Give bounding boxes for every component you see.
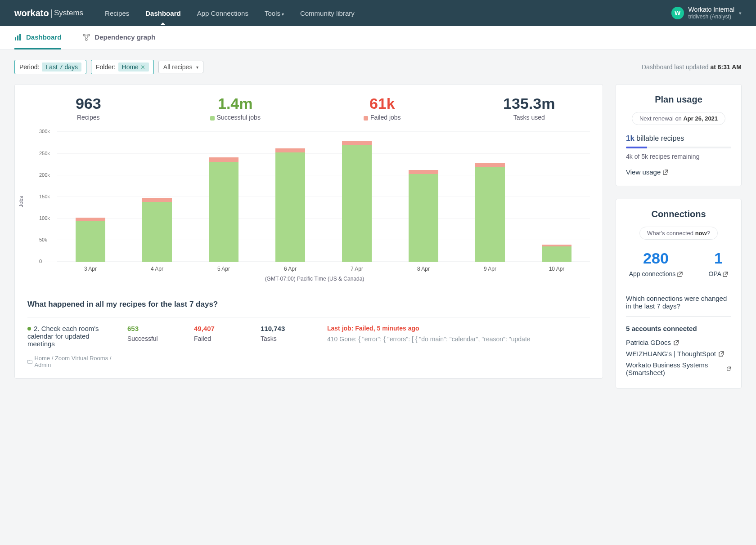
top-bar: workato | Systems Recipes Dashboard App … xyxy=(0,0,756,26)
svg-rect-1 xyxy=(17,36,18,40)
recipe-successful: 653Successful xyxy=(127,325,184,368)
chart-bar[interactable] xyxy=(342,141,372,262)
user-menu[interactable]: W Workato Internal tridivesh (Analyst) ▾ xyxy=(671,6,742,20)
plan-usage-card: Plan usage Next renewal on Apr 26, 2021 … xyxy=(616,84,742,186)
metric-tasks-used[interactable]: 135.3m Tasks used xyxy=(456,95,603,121)
chevron-down-icon: ▾ xyxy=(196,65,198,70)
nav-community-library[interactable]: Community library xyxy=(300,1,355,25)
status-dot-active xyxy=(27,327,31,331)
external-link-icon xyxy=(727,366,731,371)
chart-timezone: (GMT-07:00) Pacific Time (US & Canada) xyxy=(39,276,590,282)
recipe-path: Home / Zoom Virtual Rooms / Admin xyxy=(27,355,117,368)
app-connections-count[interactable]: 280 App connections xyxy=(629,250,683,277)
svg-rect-0 xyxy=(15,37,16,40)
nav-dashboard[interactable]: Dashboard xyxy=(145,1,180,25)
graph-icon xyxy=(83,34,90,41)
chart-bars xyxy=(57,132,590,262)
recipe-name: 2. Check each room's calendar for update… xyxy=(27,325,117,348)
svg-point-5 xyxy=(86,39,87,40)
chart-bar[interactable] xyxy=(76,218,105,262)
filter-bar: Period: Last 7 days Folder: Home ✕ All r… xyxy=(0,50,756,84)
plan-usage-title: Plan usage xyxy=(616,85,741,112)
external-link-icon xyxy=(663,170,668,175)
chevron-down-icon: ▾ xyxy=(282,12,284,17)
legend-failed-dot xyxy=(364,116,368,121)
svg-rect-2 xyxy=(19,34,21,40)
nav-recipes[interactable]: Recipes xyxy=(105,1,129,25)
legend-success-dot xyxy=(210,116,215,121)
activity-title: What happened in all my recipes for the … xyxy=(27,300,590,309)
chart-bar[interactable] xyxy=(209,157,238,262)
top-nav: Recipes Dashboard App Connections Tools▾… xyxy=(105,1,671,25)
brand-sub: Systems xyxy=(54,9,83,18)
chart-y-label: Jobs xyxy=(18,196,24,207)
account-link[interactable]: WEIZHUANG's | ThoughtSpot xyxy=(626,348,731,359)
nav-tools[interactable]: Tools▾ xyxy=(265,1,284,25)
connections-card: Connections What's connected now? 280 Ap… xyxy=(616,199,742,389)
external-link-icon xyxy=(677,272,683,277)
remove-folder-icon[interactable]: ✕ xyxy=(140,64,145,71)
external-link-icon xyxy=(674,340,679,345)
renewal-pill: Next renewal on Apr 26, 2021 xyxy=(632,112,725,125)
account-link[interactable]: Workato Business Systems (Smartsheet) xyxy=(626,359,731,378)
view-usage-link[interactable]: View usage xyxy=(626,168,668,176)
brand-logo[interactable]: workato | Systems xyxy=(14,8,83,18)
folder-icon xyxy=(27,359,32,365)
chart-bar[interactable] xyxy=(142,198,172,262)
usage-progress xyxy=(626,147,731,148)
brand-main: workato xyxy=(14,8,49,18)
last-updated: Dashboard last updated at 6:31 AM xyxy=(642,63,742,71)
sub-tabs: Dashboard Dependency graph xyxy=(0,26,756,50)
metric-failed-jobs[interactable]: 61k Failed jobs xyxy=(309,95,456,121)
metrics-row: 963 Recipes 1.4m Successful jobs 61k Fai… xyxy=(15,85,603,127)
chevron-down-icon: ▾ xyxy=(739,10,742,16)
filter-recipes[interactable]: All recipes ▾ xyxy=(158,61,204,73)
jobs-chart: Jobs 050k100k150k200k250k300k 3 Apr4 Apr… xyxy=(15,127,603,290)
connections-question: Which connections were changed in the la… xyxy=(626,286,731,313)
recipes-remaining: 4k of 5k recipes remaining xyxy=(626,153,731,160)
tab-dashboard[interactable]: Dashboard xyxy=(14,26,61,49)
chart-bar[interactable] xyxy=(542,245,572,262)
account-link[interactable]: Patricia GDocs xyxy=(626,337,731,348)
billable-recipes: 1k billable recipes xyxy=(626,134,731,143)
filter-period[interactable]: Period: Last 7 days xyxy=(14,60,86,74)
user-name: Workato Internal xyxy=(688,6,734,13)
avatar: W xyxy=(671,7,684,19)
bar-chart-icon xyxy=(14,34,22,41)
chart-bar[interactable] xyxy=(475,163,505,262)
recipe-row[interactable]: 2. Check each room's calendar for update… xyxy=(27,317,590,368)
recipe-tasks: 110,743Tasks xyxy=(261,325,317,368)
connections-title: Connections xyxy=(616,199,741,227)
connected-now-pill: What's connected now? xyxy=(639,227,718,240)
filter-folder[interactable]: Folder: Home ✕ xyxy=(91,60,154,74)
user-role: tridivesh (Analyst) xyxy=(688,13,734,20)
nav-app-connections[interactable]: App Connections xyxy=(197,1,248,25)
metric-successful-jobs[interactable]: 1.4m Successful jobs xyxy=(162,95,309,121)
accounts-connected-title: 5 accounts connected xyxy=(626,325,731,332)
opa-count[interactable]: 1 OPA xyxy=(709,250,729,277)
external-link-icon xyxy=(723,272,728,277)
tab-dependency-graph[interactable]: Dependency graph xyxy=(83,26,155,49)
chart-bar[interactable] xyxy=(409,170,438,262)
external-link-icon xyxy=(719,351,724,357)
metric-recipes[interactable]: 963 Recipes xyxy=(15,95,162,121)
chart-x-labels: 3 Apr4 Apr5 Apr6 Apr7 Apr8 Apr9 Apr10 Ap… xyxy=(57,266,590,272)
recipe-last-job: Last job: Failed, 5 minutes ago410 Gone:… xyxy=(327,325,590,368)
chart-bar[interactable] xyxy=(275,148,305,262)
activity-section: What happened in all my recipes for the … xyxy=(15,290,603,378)
main-card: 963 Recipes 1.4m Successful jobs 61k Fai… xyxy=(14,84,603,379)
recipe-failed: 49,407Failed xyxy=(194,325,251,368)
